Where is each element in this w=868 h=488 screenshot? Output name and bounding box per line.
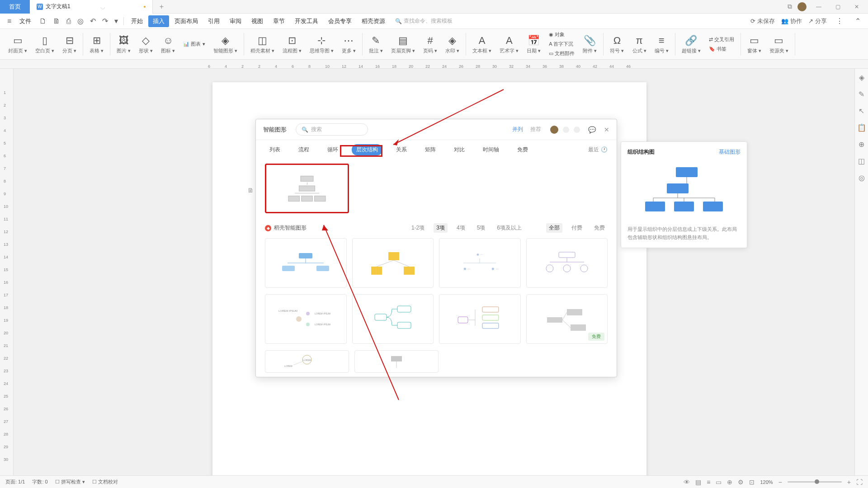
template-item[interactable] [354,350,439,373]
hamburger-icon[interactable]: ≡ [5,17,14,25]
template-item[interactable] [352,238,434,288]
ribbon-编号[interactable]: ≡编号 ▾ [651,34,672,54]
document-tab[interactable]: W 文字文稿1 ◡ [30,0,153,14]
ribbon-small-书签[interactable]: 🔖 书签 [707,45,736,53]
expand-icon[interactable]: ⌃ [852,17,863,25]
layout-outline-icon[interactable]: ≡ [707,479,710,486]
preview-icon[interactable]: ◎ [75,17,86,25]
ribbon-超链接[interactable]: 🔗超链接 ▾ [678,34,704,54]
home-tab[interactable]: 首页 [0,0,30,14]
category-关系[interactable]: 关系 [392,144,411,155]
side-nav-icon[interactable]: ◈ [859,73,864,82]
user-avatar[interactable] [797,2,807,11]
category-对比[interactable]: 对比 [449,144,469,155]
menu-视图[interactable]: 视图 [247,15,268,27]
menu-插入[interactable]: 插入 [148,15,169,27]
ribbon-资源夹[interactable]: ▭资源夹 ▾ [766,34,792,54]
layout-print-icon[interactable]: ▤ [695,479,701,486]
ribbon-图标[interactable]: ☺图标 ▾ [157,34,179,54]
category-矩阵[interactable]: 矩阵 [420,144,440,155]
template-item[interactable] [265,238,347,288]
ribbon-窗体[interactable]: ▭窗体 ▾ [744,34,765,54]
ribbon-图片[interactable]: 🖼图片 ▾ [113,34,134,54]
menu-引用[interactable]: 引用 [203,15,224,27]
print-icon[interactable]: ⎙ [64,17,74,25]
ribbon-small-首字下沉[interactable]: A 首字下沉 [547,40,576,48]
redo-icon[interactable]: ↷ [99,17,111,25]
add-tab-button[interactable]: + [153,3,170,11]
page-indicator[interactable]: 页面: 1/1 [5,479,25,485]
ribbon-表格[interactable]: ⊞表格 ▾ [86,34,107,54]
ribbon-符号[interactable]: Ω符号 ▾ [606,34,627,54]
close-button[interactable]: ✕ [850,4,863,10]
ribbon-流程图[interactable]: ⊡流程图 ▾ [279,34,305,54]
template-org-chart[interactable] [265,164,349,213]
zoom-in-button[interactable]: + [847,479,851,486]
template-item[interactable]: 免费 [526,294,608,344]
menu-页面布局[interactable]: 页面布局 [170,15,203,27]
category-循环[interactable]: 循环 [323,144,343,155]
zoom-out-button[interactable]: − [778,479,782,486]
collab-button[interactable]: 👥协作 [781,17,802,25]
template-item[interactable] [352,294,434,344]
ribbon-small-文档部件[interactable]: ▭ 文档部件 [547,49,576,58]
filter-4项[interactable]: 4项 [454,223,468,233]
filter-3项[interactable]: 3项 [434,223,448,233]
filter-tab-全部[interactable]: 全部 [546,223,562,233]
fullscreen-icon[interactable]: ⛶ [856,479,863,486]
filter-1-2项[interactable]: 1-2项 [409,223,427,233]
filter-5项[interactable]: 5项 [474,223,488,233]
side-layers-icon[interactable]: ◫ [858,157,865,165]
dialog-close-button[interactable]: ✕ [604,126,609,133]
category-免费[interactable]: 免费 [513,144,533,155]
view-icon[interactable]: 👁 [684,479,690,486]
template-item[interactable] [526,238,608,288]
spellcheck-toggle[interactable]: ☐ 拼写检查 ▾ [55,479,85,485]
ribbon-思维导图[interactable]: ⊹思维导图 ▾ [306,34,337,54]
file-menu[interactable]: 文件 [15,15,36,27]
ribbon-附件[interactable]: 📎附件 ▾ [579,34,600,54]
menu-开发工具[interactable]: 开发工具 [290,15,323,27]
category-流程[interactable]: 流程 [294,144,314,155]
ribbon-艺术字[interactable]: A艺术字 ▾ [496,34,522,54]
minimize-button[interactable]: — [812,4,826,10]
template-item[interactable]: ✱ ···✱ ···✱ ··· [439,238,521,288]
side-status-icon[interactable]: ⊕ [859,140,864,149]
category-列表[interactable]: 列表 [265,144,285,155]
side-edit-icon[interactable]: ✎ [859,90,864,99]
layout-web-icon[interactable]: ⊕ [727,479,732,486]
ribbon-文本框[interactable]: A文本框 ▾ [469,34,495,54]
ribbon-small-对象[interactable]: ◉ 对象 [547,30,576,39]
dialog-search[interactable]: 🔍 搜索 [296,123,368,136]
feedback-icon[interactable]: 💬 [588,126,596,133]
ribbon-稻壳素材[interactable]: ◫稻壳素材 ▾ [247,34,278,54]
save-icon[interactable]: 🗋 [37,17,49,25]
ribbon-水印[interactable]: ◈水印 ▾ [442,34,463,54]
maximize-button[interactable]: ▢ [831,4,844,10]
template-item[interactable]: LOREMLOREM [265,350,349,373]
zoom-level[interactable]: 120% [760,479,773,485]
ribbon-智能图形[interactable]: ◈智能图形 ▾ [210,34,241,54]
ribbon-small-图表[interactable]: 📊 图表 ▾ [181,40,207,48]
word-count[interactable]: 字数: 0 [32,479,47,485]
filter-tab-免费[interactable]: 免费 [591,223,608,233]
menu-会员专享[interactable]: 会员专享 [324,15,356,27]
tab-parallel[interactable]: 并列 [512,126,523,133]
ribbon-small-交叉引用[interactable]: ⇄ 交叉引用 [707,35,736,44]
side-clipboard-icon[interactable]: 📋 [857,123,866,132]
ribbon-批注[interactable]: ✎批注 ▾ [365,34,387,54]
filter-6项及以上[interactable]: 6项及以上 [494,223,524,233]
undo-icon[interactable]: ↶ [87,17,99,25]
fit-icon[interactable]: ⊡ [749,479,755,486]
settings-icon[interactable]: ⚙ [738,479,744,486]
template-item[interactable] [439,294,521,344]
side-select-icon[interactable]: ↖ [859,107,864,115]
save-as-icon[interactable]: 🗎 [50,17,63,25]
ribbon-更多[interactable]: ⋯更多 ▾ [338,34,359,54]
category-层次结构[interactable]: 层次结构 [352,144,382,155]
recent-button[interactable]: 最近🕐 [588,146,608,154]
more-icon[interactable]: ⋮ [833,17,846,25]
side-location-icon[interactable]: ◎ [859,174,865,182]
ribbon-页码[interactable]: #页码 ▾ [420,34,441,54]
category-时间轴[interactable]: 时间轴 [478,144,504,155]
